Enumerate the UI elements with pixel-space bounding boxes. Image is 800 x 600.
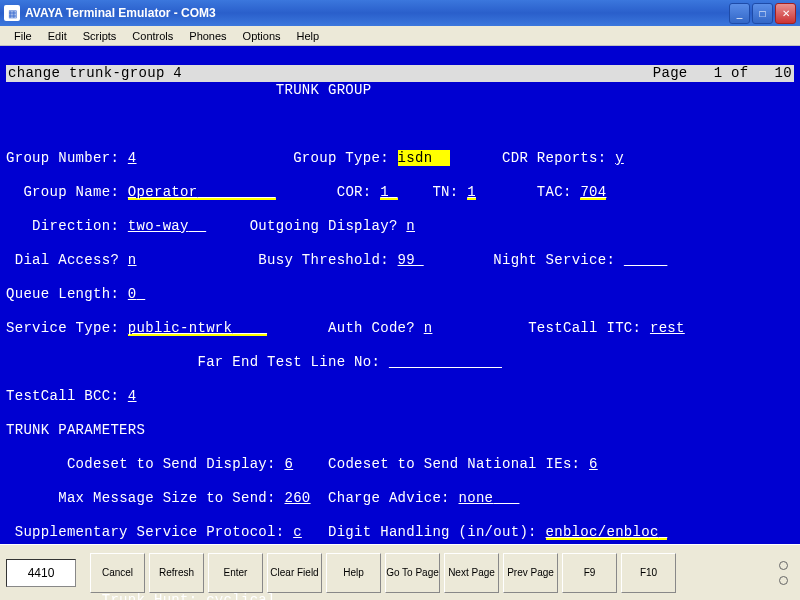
supp-service-protocol-label: Supplementary Service Protocol: [15,524,285,540]
night-service-field[interactable] [624,252,668,268]
night-service-label: Night Service: [493,252,615,268]
terminal-screen[interactable]: change trunk-group 4Page 1 of 10 TRUNK G… [0,46,800,544]
cor-field[interactable]: 1 [380,184,397,200]
service-type-label: Service Type: [6,320,119,336]
digit-handling-label: Digit Handling (in/out): [328,524,537,540]
menu-scripts[interactable]: Scripts [75,28,125,44]
group-number-field[interactable]: 4 [128,150,137,166]
window-title: AVAYA Terminal Emulator - COM3 [25,6,729,20]
menu-file[interactable]: File [6,28,40,44]
auth-code-label: Auth Code? [328,320,415,336]
group-number-label: Group Number: [6,150,119,166]
cdr-reports-label: CDR Reports: [502,150,606,166]
direction-field[interactable]: two-way [128,218,206,234]
title-bar: ▦ AVAYA Terminal Emulator - COM3 _ □ ✕ [0,0,800,26]
outgoing-display-label: Outgoing Display? [250,218,398,234]
outgoing-display-field[interactable]: n [406,218,415,234]
screen-title: TRUNK GROUP [6,82,794,99]
tac-label: TAC: [537,184,572,200]
menu-bar: File Edit Scripts Controls Phones Option… [0,26,800,46]
max-message-size-label: Max Message Size to Send: [58,490,276,506]
trunk-hunt-label: Trunk Hunt: [102,592,198,600]
group-type-label: Group Type: [293,150,389,166]
codeset-national-field[interactable]: 6 [589,456,598,472]
tn-label: TN: [432,184,458,200]
close-button[interactable]: ✕ [775,3,796,24]
max-message-size-field[interactable]: 260 [284,490,310,506]
service-type-field[interactable]: public-ntwrk [128,320,267,336]
digit-handling-field[interactable]: enbloc/enbloc [546,524,668,540]
menu-controls[interactable]: Controls [124,28,181,44]
far-end-field[interactable] [389,354,502,370]
menu-phones[interactable]: Phones [181,28,234,44]
busy-threshold-label: Busy Threshold: [258,252,389,268]
dial-access-label: Dial Access? [15,252,119,268]
direction-label: Direction: [32,218,119,234]
codeset-display-label: Codeset to Send Display: [67,456,276,472]
far-end-label: Far End Test Line No: [197,354,380,370]
group-name-label: Group Name: [23,184,119,200]
testcall-bcc-label: TestCall BCC: [6,388,119,404]
queue-length-field[interactable]: 0 [128,286,145,302]
maximize-button[interactable]: □ [752,3,773,24]
menu-help[interactable]: Help [289,28,328,44]
charge-advice-field[interactable]: none [459,490,520,506]
queue-length-label: Queue Length: [6,286,119,302]
busy-threshold-field[interactable]: 99 [398,252,424,268]
codeset-national-label: Codeset to Send National IEs: [328,456,580,472]
trunk-hunt-field[interactable]: cyclical [206,592,276,600]
window-controls: _ □ ✕ [729,3,796,24]
auth-code-field[interactable]: n [424,320,433,336]
supp-service-protocol-field[interactable]: c [293,524,302,540]
codeset-display-field[interactable]: 6 [284,456,293,472]
group-type-field[interactable]: isdn [398,150,450,166]
minimize-button[interactable]: _ [729,3,750,24]
cdr-reports-field[interactable]: y [615,150,624,166]
app-icon: ▦ [4,5,20,21]
cor-label: COR: [337,184,372,200]
trunk-parameters-header: TRUNK PARAMETERS [6,422,794,439]
menu-edit[interactable]: Edit [40,28,75,44]
tac-field[interactable]: 704 [580,184,606,200]
charge-advice-label: Charge Advice: [328,490,450,506]
dial-access-field[interactable]: n [128,252,137,268]
group-name-field[interactable]: Operator [128,184,276,200]
command-line: change trunk-group 4Page 1 of 10 [6,65,794,82]
testcall-itc-label: TestCall ITC: [528,320,641,336]
tn-field[interactable]: 1 [467,184,476,200]
menu-options[interactable]: Options [235,28,289,44]
testcall-bcc-field[interactable]: 4 [128,388,137,404]
testcall-itc-field[interactable]: rest [650,320,685,336]
